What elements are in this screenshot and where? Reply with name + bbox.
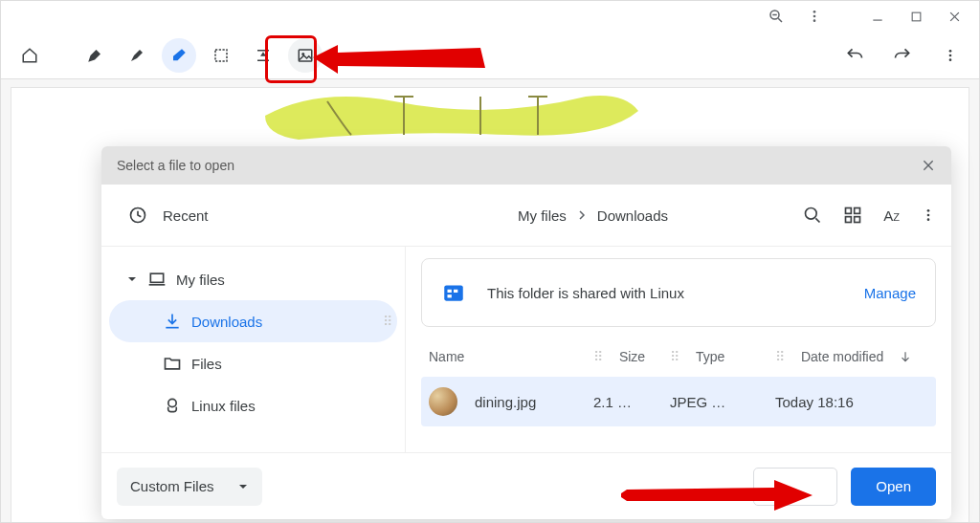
- window-minimize-icon[interactable]: [866, 5, 889, 28]
- file-type-dropdown[interactable]: Custom Files: [117, 468, 262, 506]
- svg-point-17: [949, 58, 952, 61]
- insert-image-tool[interactable]: [288, 38, 323, 73]
- svg-rect-31: [150, 273, 163, 282]
- search-icon[interactable]: [803, 206, 822, 225]
- svg-point-4: [813, 15, 816, 18]
- svg-rect-10: [215, 50, 227, 61]
- download-icon: [163, 312, 182, 331]
- svg-rect-27: [855, 217, 860, 223]
- svg-line-23: [816, 218, 820, 222]
- file-size: 2.1 …: [593, 394, 632, 410]
- sidebar-root-label: My files: [176, 272, 225, 288]
- undo-button[interactable]: [837, 38, 872, 73]
- svg-rect-35: [444, 285, 463, 300]
- file-table-header: Name ⠿ Size ⠿ Type ⠿ Date modified: [421, 337, 936, 377]
- breadcrumb-current: Downloads: [597, 207, 668, 224]
- dialog-sidebar: My files Downloads ⠿ Files Linux files: [101, 247, 406, 452]
- home-button[interactable]: [12, 38, 47, 73]
- file-thumbnail: [429, 387, 457, 416]
- svg-line-1: [778, 18, 782, 22]
- svg-point-3: [813, 11, 816, 13]
- svg-rect-25: [855, 208, 860, 214]
- zoom-out-icon[interactable]: [765, 5, 788, 28]
- window-maximize-icon[interactable]: [904, 5, 927, 28]
- svg-point-29: [927, 214, 930, 217]
- svg-point-15: [949, 50, 952, 53]
- toolbar-more-icon[interactable]: [933, 38, 968, 73]
- dialog-close-button[interactable]: [921, 158, 936, 173]
- svg-point-30: [927, 218, 930, 221]
- sort-arrow-down-icon: [899, 350, 912, 363]
- svg-rect-36: [448, 290, 452, 293]
- clock-icon: [128, 206, 147, 225]
- file-type: JPEG …: [670, 394, 725, 410]
- svg-point-34: [168, 399, 176, 406]
- svg-rect-37: [454, 290, 457, 293]
- recent-label: Recent: [163, 207, 209, 224]
- sidebar-item-linux[interactable]: Linux files: [109, 384, 397, 426]
- sidebar-root-myfiles[interactable]: My files: [109, 258, 397, 300]
- col-size-label[interactable]: Size: [619, 349, 645, 364]
- chevron-down-icon: [126, 273, 138, 285]
- column-grip-icon[interactable]: ⠿: [775, 349, 786, 364]
- recent-button[interactable]: Recent: [117, 206, 209, 225]
- pen-tool[interactable]: [78, 38, 112, 73]
- chevron-right-icon: [576, 209, 588, 221]
- sidebar-item-files[interactable]: Files: [109, 342, 397, 384]
- redo-button[interactable]: [885, 38, 920, 73]
- file-row[interactable]: dining.jpg 2.1 … JPEG … Today 18:16: [421, 377, 936, 426]
- dialog-footer: Custom Files Cancel Open: [101, 452, 951, 519]
- breadcrumb: My files Downloads: [518, 207, 668, 224]
- svg-rect-38: [448, 294, 452, 297]
- open-button[interactable]: Open: [851, 468, 936, 506]
- laptop-icon: [147, 270, 167, 289]
- shared-folder-icon: [441, 280, 466, 305]
- banner-manage-link[interactable]: Manage: [864, 285, 916, 301]
- linux-icon: [163, 396, 182, 415]
- window-titlebar: [1, 1, 979, 32]
- sidebar-item-label: Downloads: [191, 314, 262, 330]
- folder-icon: [163, 354, 182, 373]
- grid-view-icon[interactable]: [843, 206, 862, 225]
- cancel-button[interactable]: Cancel: [753, 468, 838, 506]
- yellow-highlight-scribble: [260, 82, 643, 149]
- sidebar-item-label: Files: [191, 356, 222, 372]
- svg-point-22: [806, 208, 817, 220]
- drag-handle-icon[interactable]: ⠿: [383, 314, 393, 329]
- breadcrumb-root[interactable]: My files: [518, 207, 567, 224]
- open-label: Open: [876, 478, 911, 494]
- dialog-header-row: Recent My files Downloads AZ: [101, 185, 951, 246]
- dialog-title: Select a file to open: [117, 158, 234, 173]
- col-name-label[interactable]: Name: [429, 349, 464, 364]
- eraser-tool[interactable]: [162, 38, 196, 73]
- column-grip-icon[interactable]: ⠿: [670, 349, 680, 364]
- svg-point-5: [813, 19, 816, 22]
- col-date-label[interactable]: Date modified: [801, 349, 883, 364]
- linux-share-banner: This folder is shared with Linux Manage: [421, 258, 936, 327]
- sidebar-item-label: Linux files: [191, 398, 256, 414]
- banner-text: This folder is shared with Linux: [487, 285, 684, 301]
- svg-rect-24: [846, 208, 852, 214]
- sidebar-item-downloads[interactable]: Downloads ⠿: [109, 300, 397, 342]
- text-fit-tool[interactable]: [246, 38, 280, 73]
- editor-toolbar: [1, 32, 979, 79]
- highlighter-tool[interactable]: [120, 38, 154, 73]
- dialog-more-icon[interactable]: [921, 207, 936, 223]
- svg-point-28: [927, 209, 930, 212]
- column-grip-icon[interactable]: ⠿: [593, 349, 604, 364]
- dialog-titlebar: Select a file to open: [101, 146, 951, 185]
- window-close-icon[interactable]: [943, 5, 966, 28]
- more-vert-icon[interactable]: [803, 5, 826, 28]
- file-name: dining.jpg: [475, 394, 536, 410]
- svg-rect-26: [846, 217, 852, 223]
- dropdown-caret-icon: [237, 481, 249, 492]
- select-tool[interactable]: [204, 38, 238, 73]
- sort-az-icon[interactable]: AZ: [883, 207, 900, 224]
- svg-rect-7: [912, 12, 921, 21]
- col-type-label[interactable]: Type: [696, 349, 724, 364]
- svg-point-16: [949, 54, 952, 56]
- dialog-content: This folder is shared with Linux Manage …: [406, 247, 951, 452]
- filetype-label: Custom Files: [130, 478, 214, 494]
- file-open-dialog: Select a file to open Recent My files Do…: [101, 146, 951, 519]
- file-date: Today 18:16: [775, 394, 854, 410]
